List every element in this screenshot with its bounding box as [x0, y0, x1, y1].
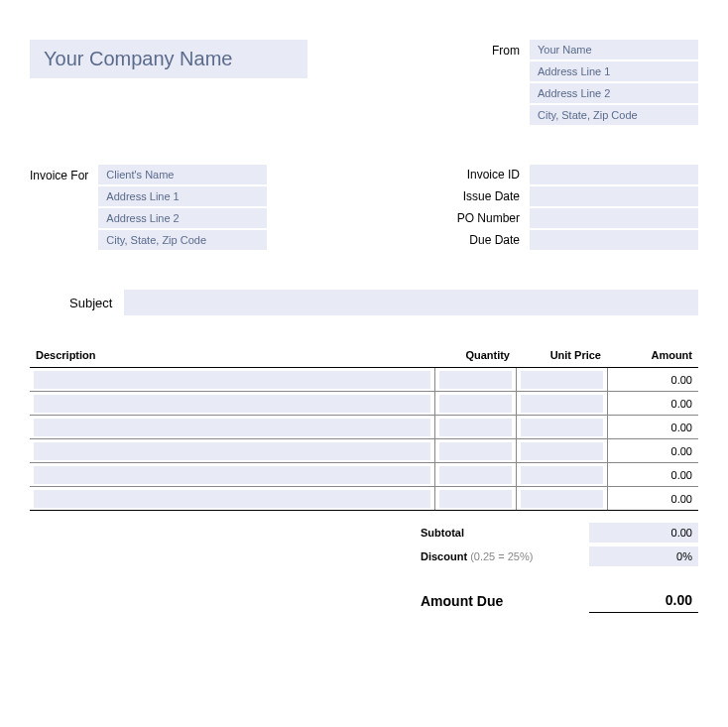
items-table: Description Quantity Unit Price Amount 0…: [30, 343, 698, 511]
table-row: 0.00: [30, 368, 698, 392]
row-price-input[interactable]: [521, 395, 603, 413]
from-addr1-input[interactable]: [530, 61, 698, 81]
issue-date-input[interactable]: [530, 186, 698, 206]
col-quantity: Quantity: [434, 343, 516, 368]
discount-label: Discount: [421, 550, 467, 562]
table-row: 0.00: [30, 487, 698, 511]
row-qty-input[interactable]: [439, 371, 512, 389]
row-amount: 0.00: [607, 463, 698, 487]
totals-block: Subtotal 0.00 Discount (0.25 = 25%) Amou…: [30, 523, 698, 613]
subject-input[interactable]: [124, 290, 698, 315]
row-qty-input[interactable]: [439, 419, 512, 436]
col-description: Description: [30, 343, 434, 368]
row-price-input[interactable]: [521, 419, 603, 436]
amount-due-label: Amount Due: [421, 593, 579, 609]
due-date-label: Due Date: [430, 233, 520, 247]
client-addr2-input[interactable]: [98, 208, 267, 228]
row-qty-input[interactable]: [439, 490, 512, 508]
row-price-input[interactable]: [521, 442, 603, 460]
row-amount: 0.00: [607, 368, 698, 392]
invoice-id-input[interactable]: [530, 165, 698, 184]
table-row: 0.00: [30, 392, 698, 416]
company-name-input[interactable]: [30, 40, 307, 78]
discount-input[interactable]: [589, 546, 698, 566]
col-unit-price: Unit Price: [516, 343, 607, 368]
table-row: 0.00: [30, 439, 698, 463]
row-desc-input[interactable]: [34, 371, 430, 389]
subtotal-value: 0.00: [589, 523, 698, 543]
client-city-input[interactable]: [98, 230, 267, 250]
po-number-input[interactable]: [530, 208, 698, 228]
row-price-input[interactable]: [521, 371, 603, 389]
invoice-id-label: Invoice ID: [430, 168, 520, 182]
row-amount: 0.00: [607, 439, 698, 463]
client-name-input[interactable]: [98, 165, 267, 184]
row-qty-input[interactable]: [439, 442, 512, 460]
amount-due-value: 0.00: [589, 588, 698, 613]
from-name-input[interactable]: [530, 40, 698, 60]
row-amount: 0.00: [607, 392, 698, 416]
invoice-for-label: Invoice For: [30, 165, 88, 250]
col-amount: Amount: [607, 343, 698, 368]
subtotal-label: Subtotal: [421, 527, 464, 539]
discount-hint: (0.25 = 25%): [470, 550, 533, 562]
table-row: 0.00: [30, 416, 698, 439]
from-city-input[interactable]: [530, 105, 698, 125]
row-qty-input[interactable]: [439, 395, 512, 413]
subject-label: Subject: [69, 296, 112, 310]
row-desc-input[interactable]: [34, 490, 430, 508]
row-price-input[interactable]: [521, 466, 603, 484]
client-addr1-input[interactable]: [98, 186, 267, 206]
row-desc-input[interactable]: [34, 466, 430, 484]
table-row: 0.00: [30, 463, 698, 487]
row-amount: 0.00: [607, 487, 698, 511]
issue-date-label: Issue Date: [430, 189, 520, 203]
from-addr2-input[interactable]: [530, 83, 698, 103]
from-label: From: [460, 40, 520, 125]
row-price-input[interactable]: [521, 490, 603, 508]
row-desc-input[interactable]: [34, 395, 430, 413]
row-qty-input[interactable]: [439, 466, 512, 484]
due-date-input[interactable]: [530, 230, 698, 250]
meta-block: Invoice ID Issue Date PO Number Due Date: [430, 165, 698, 250]
po-number-label: PO Number: [430, 211, 520, 225]
row-amount: 0.00: [607, 416, 698, 439]
row-desc-input[interactable]: [34, 419, 430, 436]
from-block: From: [460, 40, 698, 125]
row-desc-input[interactable]: [34, 442, 430, 460]
invoice-for-block: Invoice For: [30, 165, 267, 250]
